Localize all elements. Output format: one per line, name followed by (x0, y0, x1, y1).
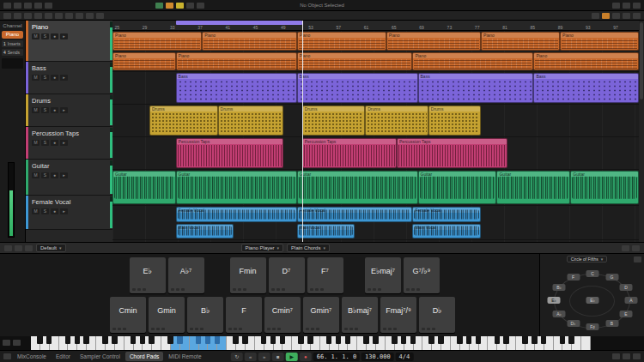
black-key[interactable] (280, 336, 286, 344)
track-header-guitar[interactable]: GuitarMS●▸ (26, 160, 112, 196)
mute-icon[interactable] (65, 13, 73, 19)
black-key[interactable] (37, 336, 43, 344)
pads-preset-dropdown[interactable]: Default▾ (36, 244, 66, 252)
chord-pad[interactable]: E♭ (130, 257, 166, 293)
keyboard-settings-icon[interactable] (3, 340, 10, 346)
cycle-region[interactable] (176, 21, 302, 25)
clip-drums[interactable]: Drums (428, 106, 481, 136)
clip-piano[interactable]: Piano (202, 32, 296, 51)
pointer-icon[interactable] (3, 13, 11, 19)
clip-drums[interactable]: Drums (218, 106, 284, 136)
channel-tab-label[interactable]: Channel (0, 23, 25, 28)
clip-guitar[interactable]: Guitar (570, 171, 639, 204)
assistant-settings-icon[interactable] (634, 256, 641, 262)
mute-button[interactable]: M (32, 75, 39, 81)
channel-track-chip[interactable]: Piano (2, 31, 23, 39)
inserts-section[interactable]: 1 Inserts (2, 40, 23, 47)
clip-guitar[interactable]: Guitar (297, 171, 418, 204)
lower-zone-menu-icon[interactable] (3, 353, 11, 359)
chord-pad[interactable]: E♭maj⁷ (365, 257, 401, 293)
clip-piano[interactable]: Piano (412, 52, 533, 71)
chord-pad[interactable]: D⁷ (269, 257, 305, 293)
clip-piano[interactable]: Piano (297, 52, 413, 71)
clip-female-vocal[interactable]: Main Vocal (297, 224, 355, 239)
automation-read-icon[interactable] (155, 3, 163, 9)
chord-pad[interactable]: Gmin⁷ (303, 297, 339, 333)
black-key[interactable] (140, 336, 146, 344)
player-dropdown[interactable]: Piano Player▾ (241, 244, 284, 252)
clip-piano[interactable]: Piano (112, 32, 202, 51)
signature-display[interactable]: 4/4 (396, 353, 414, 361)
circle-center-key[interactable]: E♭ (586, 297, 599, 304)
black-key[interactable] (541, 336, 547, 344)
monitor-button[interactable]: ▸ (60, 33, 68, 39)
pool-icon[interactable] (24, 3, 32, 9)
black-key[interactable] (46, 336, 52, 344)
clip-bass[interactable]: Bass (297, 73, 418, 103)
hub-icon[interactable] (3, 3, 11, 9)
erase-icon[interactable] (45, 13, 52, 19)
clip-bass[interactable]: Bass (533, 73, 639, 103)
clip-percussion-taps[interactable]: Percussion Taps (176, 138, 284, 168)
clip-piano[interactable]: Piano (176, 52, 297, 71)
clip-female-vocal[interactable]: Female Vocal (297, 207, 413, 222)
track-header-female-vocal[interactable]: Female VocalMS●▸ (26, 196, 112, 230)
circle-key-9[interactable]: E♭ (548, 297, 561, 304)
editor-icon[interactable] (45, 3, 52, 9)
clip-piano[interactable]: Piano (112, 52, 176, 71)
chord-pad[interactable]: F⁷ (307, 257, 343, 293)
clip-guitar[interactable]: Guitar (176, 171, 297, 204)
circle-key-4[interactable]: E (619, 311, 632, 317)
black-key[interactable] (149, 336, 155, 344)
record-mode-icon[interactable] (166, 3, 173, 9)
black-key[interactable] (363, 336, 369, 344)
keyboard-follow-icon[interactable] (13, 340, 21, 346)
monitor-button[interactable]: ▸ (60, 75, 68, 81)
clip-piano[interactable]: Piano (533, 52, 639, 71)
solo-button[interactable]: S (41, 208, 49, 214)
black-key[interactable] (373, 336, 379, 344)
pad-remote-icon[interactable] (15, 245, 22, 251)
draw-icon[interactable] (76, 13, 83, 19)
black-key[interactable] (532, 336, 538, 344)
black-key[interactable] (401, 336, 407, 344)
eq-curve-display[interactable] (2, 58, 23, 69)
black-key[interactable] (261, 336, 267, 344)
color-icon[interactable] (96, 13, 104, 19)
black-key[interactable] (177, 336, 183, 344)
clip-female-vocal[interactable]: Female Vocal (412, 207, 481, 222)
stop-button[interactable]: ■ (272, 353, 284, 361)
assistant-mode-dropdown[interactable]: Circle of Fifths▾ (567, 256, 607, 262)
tab-midi-remote[interactable]: MIDI Remote (164, 352, 205, 361)
solo-button[interactable]: S (41, 140, 49, 146)
split-icon[interactable] (24, 13, 32, 19)
circle-key-6[interactable]: F♯ (586, 323, 599, 330)
track-header-percussion-taps[interactable]: Percussion TapsMS●▸ (26, 127, 112, 160)
black-key[interactable] (392, 336, 398, 344)
black-key[interactable] (345, 336, 351, 344)
black-key[interactable] (83, 336, 89, 344)
circle-key-11[interactable]: F (567, 274, 580, 281)
circle-key-8[interactable]: A♭ (553, 311, 566, 317)
circle-key-5[interactable]: B (605, 320, 618, 327)
clip-female-vocal[interactable]: Main Vocal (412, 224, 481, 239)
black-key[interactable] (167, 336, 173, 344)
clip-guitar[interactable]: Guitar (496, 171, 570, 204)
track-header-bass[interactable]: BassMS●▸ (26, 62, 112, 94)
black-key[interactable] (560, 336, 566, 344)
mute-button[interactable]: M (32, 140, 39, 146)
zoom-icon[interactable] (55, 13, 63, 19)
chord-pad[interactable]: F (226, 297, 262, 333)
clip-piano[interactable]: Piano (297, 32, 386, 51)
white-key[interactable] (581, 336, 591, 350)
clip-guitar[interactable]: Guitar (112, 171, 176, 204)
project-icon[interactable] (14, 3, 21, 9)
solo-button[interactable]: S (41, 75, 49, 81)
play-button[interactable]: ▶ (286, 353, 298, 361)
black-key[interactable] (131, 336, 137, 344)
workspace-icon[interactable] (623, 3, 630, 9)
tempo-display[interactable]: 130.000 (361, 353, 394, 361)
clip-drums[interactable]: Drums (365, 106, 428, 136)
clip-drums[interactable]: Drums (149, 106, 218, 136)
black-key[interactable] (503, 336, 509, 344)
